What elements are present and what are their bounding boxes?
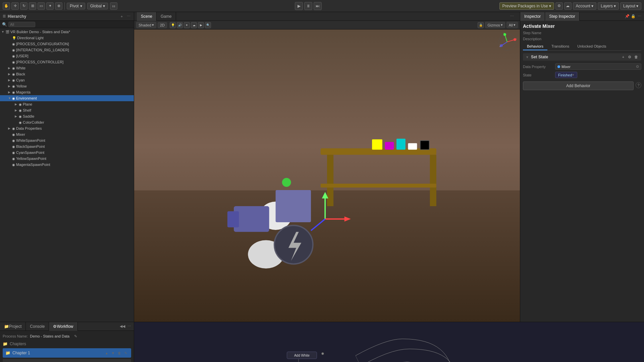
scene-fx-icon[interactable]: ✦ <box>184 22 190 28</box>
help-icon[interactable]: ? <box>636 82 641 88</box>
hierarchy-item-black[interactable]: ▶ ◉ Black <box>0 71 134 77</box>
layers-dropdown[interactable]: Layers ▾ <box>598 2 619 10</box>
data-property-value[interactable]: Mixer ⊙ <box>555 63 641 70</box>
chapter-delete-btn-1[interactable]: 🗑 <box>117 350 122 356</box>
transform-tools: ✋ ✛ ↻ ⊞ ▭ ✦ ⊕ <box>3 2 65 10</box>
hierarchy-item-procctrl[interactable]: ◉ [PROCESS_CONTROLLER] <box>0 59 134 65</box>
scene-anim-icon[interactable]: ▶ <box>198 22 204 28</box>
bottom-menu-btn[interactable]: ⋯ <box>126 324 132 329</box>
scene-settings-btn[interactable]: ⋯ <box>509 14 515 19</box>
inspector-menu-btn[interactable]: ⋯ <box>637 14 642 19</box>
hierarchy-item-environment[interactable]: ▼ ◉ Environment <box>0 95 134 101</box>
cloud-icon[interactable]: ☁ <box>564 2 572 10</box>
chapter-up-btn-1[interactable]: ▲ <box>104 350 109 356</box>
transitions-tab[interactable]: Transitions <box>547 43 573 50</box>
scene-tab[interactable]: Scene <box>137 12 157 21</box>
scale-tool[interactable]: ⊞ <box>29 2 36 10</box>
grid-tool[interactable]: ⚏ <box>110 2 117 10</box>
transform-tool[interactable]: ✦ <box>46 2 54 10</box>
rect-tool[interactable]: ▭ <box>38 2 45 10</box>
hierarchy-item-root[interactable]: ▼ 🎬 VR Builder Demo - States and Data* <box>0 29 134 35</box>
chapter-item-1[interactable]: 📁 Chapter 1 ▲ ▼ 🗑 ✎ <box>3 348 131 358</box>
hierarchy-item-dirlight[interactable]: 💡 Directional Light <box>0 35 134 41</box>
search-input[interactable] <box>8 22 35 27</box>
bottom-left-panel: 📁 Project Console ⚙ Workflow ◀◀ ⋯ Proces… <box>0 322 134 362</box>
section-add-btn[interactable]: + <box>621 54 626 60</box>
hierarchy-item-yellow[interactable]: ▶ ◉ Yellow <box>0 83 134 89</box>
hierarchy-item-shelf[interactable]: ▶ ◉ Shelf <box>0 107 134 113</box>
section-settings-btn[interactable]: ⚙ <box>627 54 632 60</box>
hierarchy-item-mixer[interactable]: ◉ Mixer <box>0 131 134 137</box>
step-inspector-tab[interactable]: Step Inspector <box>545 12 579 21</box>
hierarchy-item-magentaspawn[interactable]: ◉ MagentaSpawnPoint <box>0 162 134 168</box>
collapse-btn[interactable]: ◀◀ <box>120 324 125 329</box>
workflow-tab[interactable]: ⚙ Workflow <box>49 322 77 331</box>
hierarchy-menu-btn[interactable]: ⋯ <box>126 14 131 19</box>
hierarchy-item-intrig[interactable]: ◉ [INTERACTION_RIG_LOADER] <box>0 47 134 53</box>
hierarchy-item-colorcollider[interactable]: ◉ ColorCollider <box>0 119 134 125</box>
global-button[interactable]: Global ▾ <box>87 3 108 9</box>
hand-tool[interactable]: ✋ <box>3 2 10 10</box>
scene-lock-icon[interactable]: 🔒 <box>478 22 484 28</box>
shading-dropdown[interactable]: Shaded ▾ <box>136 22 156 28</box>
scene-3d-view: X Y Z <box>134 29 520 322</box>
hierarchy-item-saddle[interactable]: ▶ ◉ Saddle <box>0 113 134 119</box>
arrow-icon: ▶ <box>8 72 12 76</box>
gizmos-dropdown[interactable]: Gizmos ▾ <box>485 22 505 28</box>
hierarchy-item-magenta[interactable]: ▶ ◉ Magenta <box>0 89 134 95</box>
hierarchy-add-btn[interactable]: + <box>119 14 124 19</box>
settings-icon[interactable]: ⚙ <box>555 2 563 10</box>
layout-dropdown[interactable]: Layout ▾ <box>620 2 641 10</box>
chapter-item-2[interactable]: 📁 Chapter 2 ▲ ▼ 🗑 ✎ <box>3 359 131 362</box>
set-state-section[interactable]: ▼ Set State + ⚙ 🗑 <box>523 53 641 61</box>
custom-tool[interactable]: ⊕ <box>55 2 62 10</box>
hierarchy-item-cyan[interactable]: ▶ ◉ Cyan <box>0 77 134 83</box>
unlocked-objects-tab[interactable]: Unlocked Objects <box>573 43 610 50</box>
svg-rect-13 <box>321 184 436 188</box>
hierarchy-item-plane[interactable]: ▶ ◉ Plane <box>0 101 134 107</box>
scene-sky-icon[interactable]: ☁ <box>191 22 197 28</box>
pivot-button[interactable]: Pivot ▾ <box>67 3 85 9</box>
dimension-dropdown[interactable]: 2D <box>158 22 167 28</box>
console-tab[interactable]: Console <box>26 322 49 331</box>
preview-packages-dropdown[interactable]: Preview Packages in Use ▾ <box>499 2 554 10</box>
hierarchy-item-white[interactable]: ▶ ◉ White <box>0 65 134 71</box>
hierarchy-item-dataprops[interactable]: ▶ ◉ Data Properties <box>0 125 134 131</box>
hierarchy-item-cyanspawn[interactable]: ◉ CyanSpawnPoint <box>0 149 134 156</box>
pause-button[interactable]: ⏸ <box>304 2 312 10</box>
hierarchy-item-label: Black <box>16 72 25 76</box>
inspector-tab[interactable]: Inspector <box>520 12 545 21</box>
behaviors-tab[interactable]: Behaviors <box>523 43 547 50</box>
inspector-pin-btn[interactable]: 📌 <box>625 14 630 19</box>
section-delete-btn[interactable]: 🗑 <box>633 54 639 60</box>
add-behavior-button[interactable]: Add Behavior <box>523 81 634 90</box>
scene-light-icon[interactable]: 💡 <box>170 22 176 28</box>
node-add-white[interactable]: Add White <box>287 352 317 359</box>
account-arrow: ▾ <box>591 4 593 8</box>
chapter-edit-btn-1[interactable]: ✎ <box>123 350 128 356</box>
step-button[interactable]: ⏭ <box>314 2 322 10</box>
scene-canvas[interactable]: X Y Z <box>134 29 520 322</box>
inspector-lock-btn[interactable]: 🔒 <box>631 14 636 19</box>
move-tool[interactable]: ✛ <box>11 2 19 10</box>
hierarchy-item-label: CyanSpawnPoint <box>16 150 44 155</box>
hierarchy-item-whitespawn[interactable]: ◉ WhiteSpawnPoint <box>0 137 134 143</box>
view-all-dropdown[interactable]: All ▾ <box>506 22 518 28</box>
hierarchy-item-yellowspawn[interactable]: ◉ YellowSpawnPoint <box>0 156 134 162</box>
state-value-dropdown[interactable]: Finished ▾ <box>555 72 577 78</box>
game-tab[interactable]: Game <box>157 12 176 21</box>
process-name-edit-btn[interactable]: ✎ <box>73 334 78 339</box>
rotate-tool[interactable]: ↻ <box>20 2 28 10</box>
scene-tab-label: Scene <box>141 14 152 19</box>
workflow-graph-panel[interactable]: Start Welcome Idle Add White Add Black A… <box>134 322 644 362</box>
hierarchy-item-blackspawn[interactable]: ◉ BlackSpawnPoint <box>0 143 134 149</box>
chapter-down-btn-1[interactable]: ▼ <box>110 350 116 356</box>
hierarchy-item-procconfig[interactable]: ◉ [PROCESS_CONFIGURATION] <box>0 41 134 47</box>
scene-search-icon[interactable]: 🔍 <box>205 22 211 28</box>
account-dropdown[interactable]: Account ▾ <box>573 2 596 10</box>
hierarchy-item-user[interactable]: ◉ [USER] <box>0 53 134 59</box>
scene-audio-icon[interactable]: 🔊 <box>177 22 183 28</box>
play-button[interactable]: ▶ <box>295 2 303 10</box>
chapter-actions-1: ▲ ▼ 🗑 ✎ <box>104 350 128 356</box>
project-tab[interactable]: 📁 Project <box>0 322 26 331</box>
